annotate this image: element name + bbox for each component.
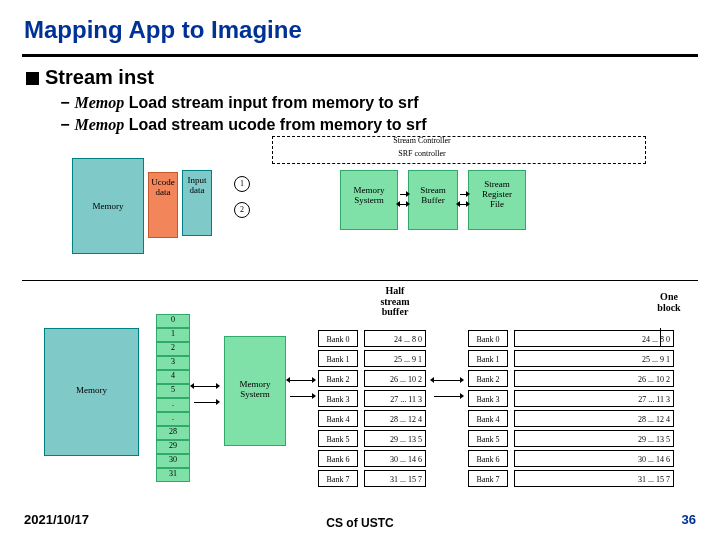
bullet-square-icon [26,72,39,85]
bank-cell: Bank 6 [318,450,358,467]
bank-addr: 27 ... 11 3 [514,390,674,407]
bullet-memop2-rest: Load stream ucode from memory to srf [129,116,427,133]
memory-label: Memory [93,201,124,211]
circle-2: 2 [234,202,250,218]
brace-icon [660,328,661,346]
bullet-memop2-kw: Memop [74,116,124,133]
one-block-label: One block [646,292,692,313]
bank-cell: Bank 4 [318,410,358,427]
arrow-icon [460,194,466,195]
bank-cell: Bank 2 [468,370,508,387]
stream-controller-label: Stream Controller [362,137,482,145]
upper-diagram: Memory Ucode data Input data 1 2 Memory … [72,142,644,260]
bank-addr: 30 ... 14 6 [364,450,426,467]
stream-cell: 2 [156,342,190,356]
stream-cell: 1 [156,328,190,342]
bank-addr: 24 ... 8 0 [364,330,426,347]
lower-diagram: Memory 0 1 2 3 4 5 . . 28 29 30 31 Memor… [24,290,704,502]
bank-cell: Bank 6 [468,450,508,467]
stream-cell: 0 [156,314,190,328]
bullet-memop1-rest: Load stream input from memory to srf [129,94,419,111]
bank-cell: Bank 7 [468,470,508,487]
footer-page: 36 [682,512,696,527]
bank-cell: Bank 2 [318,370,358,387]
srf-controller-label: SRF controller [362,150,482,158]
stream-cell: 30 [156,454,190,468]
stream-cell: 28 [156,426,190,440]
stream-cell: 3 [156,356,190,370]
bullet-main-text: Stream inst [45,66,154,88]
arrow-icon [290,396,312,397]
stream-cell: 4 [156,370,190,384]
bank-addr: 31 ... 15 7 [364,470,426,487]
arrow-icon [194,402,216,403]
bank-addr: 26 ... 10 2 [514,370,674,387]
bank-addr: 30 ... 14 6 [514,450,674,467]
arrow-icon [400,204,406,205]
title-rule [22,54,698,57]
bullet-memop-1: − Memop Load stream input from memory to… [60,94,419,112]
srf-box: Stream Register File [468,170,526,230]
memory-box: Memory [72,158,144,254]
arrow-icon [400,194,406,195]
bank-cell: Bank 7 [318,470,358,487]
bank-addr: 27 ... 11 3 [364,390,426,407]
circle-1: 1 [234,176,250,192]
footer-center: CS of USTC [0,516,720,530]
arrow-icon [194,386,216,387]
bank-addr: 28 ... 12 4 [364,410,426,427]
bullet-main: Stream inst [26,66,154,89]
mid-rule [22,280,698,281]
mem-system-box: Memory Systerm [340,170,398,230]
bank-addr: 31 ... 15 7 [514,470,674,487]
bank-addr: 29 ... 13 5 [364,430,426,447]
bank-addr: 25 ... 9 1 [514,350,674,367]
bank-cell: Bank 4 [468,410,508,427]
bank-cell: Bank 3 [468,390,508,407]
bank-addr: 28 ... 12 4 [514,410,674,427]
stream-cell: 31 [156,468,190,482]
dash-icon: − [60,116,70,134]
arrow-icon [434,396,460,397]
input-box: Input data [182,170,212,236]
mem-system-box-2: Memory Systerm [224,336,286,446]
memory-box-2: Memory [44,328,139,456]
bank-addr: 25 ... 9 1 [364,350,426,367]
stream-cell: 29 [156,440,190,454]
bank-cell: Bank 5 [318,430,358,447]
page-title: Mapping App to Imagine [24,16,302,44]
bullet-memop1-kw: Memop [74,94,124,111]
bank-addr: 29 ... 13 5 [514,430,674,447]
bank-cell: Bank 1 [318,350,358,367]
bank-addr: 24 ... 8 0 [514,330,674,347]
bullet-memop-2: − Memop Load stream ucode from memory to… [60,116,427,134]
stream-cell: . [156,412,190,426]
stream-buffer-box: Stream Buffer [408,170,458,230]
stream-cell: 5 [156,384,190,398]
bank-cell: Bank 3 [318,390,358,407]
stream-cell: . [156,398,190,412]
ucode-box: Ucode data [148,172,178,238]
dash-icon: − [60,94,70,112]
bank-cell: Bank 5 [468,430,508,447]
bank-cell: Bank 0 [318,330,358,347]
bank-cell: Bank 0 [468,330,508,347]
bank-addr: 26 ... 10 2 [364,370,426,387]
arrow-icon [290,380,312,381]
arrow-icon [434,380,460,381]
bank-cell: Bank 1 [468,350,508,367]
half-stream-buffer-label: Half stream buffer [368,286,422,318]
arrow-icon [460,204,466,205]
